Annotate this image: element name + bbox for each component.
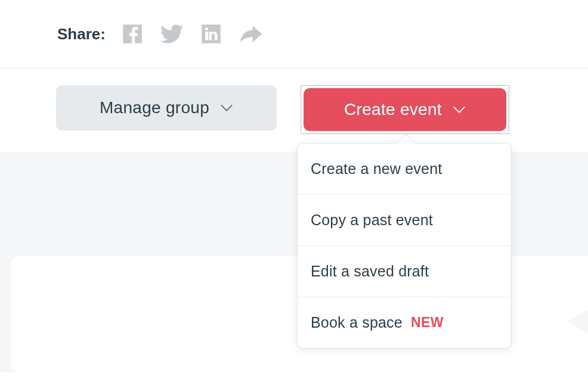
- new-badge: NEW: [411, 315, 444, 331]
- share-icons: [120, 21, 263, 46]
- create-event-button[interactable]: Create event: [304, 88, 506, 131]
- manage-group-label: Manage group: [100, 98, 209, 117]
- create-event-label: Create event: [344, 100, 442, 119]
- linkedin-icon[interactable]: [199, 21, 224, 46]
- create-event-focus-ring: Create event: [301, 85, 509, 134]
- dropdown-item-create-new[interactable]: Create a new event: [298, 144, 511, 195]
- dropdown-item-label: Copy a past event: [311, 211, 433, 229]
- twitter-icon[interactable]: [159, 21, 184, 46]
- dropdown-item-edit-draft[interactable]: Edit a saved draft: [298, 246, 511, 297]
- chevron-down-icon: [220, 104, 233, 112]
- dropdown-item-book-space[interactable]: Book a space NEW: [298, 297, 511, 348]
- dropdown-item-label: Create a new event: [311, 160, 442, 178]
- create-event-dropdown: Create a new event Copy a past event Edi…: [297, 143, 512, 349]
- card-notch: [567, 310, 588, 334]
- dropdown-item-label: Book a space: [311, 314, 403, 331]
- dropdown-item-copy-past[interactable]: Copy a past event: [298, 195, 511, 246]
- chevron-down-icon: [453, 105, 466, 114]
- dropdown-item-label: Edit a saved draft: [311, 263, 429, 280]
- share-row: Share:: [0, 0, 588, 69]
- facebook-icon[interactable]: [120, 21, 145, 46]
- button-row: Manage group Create event: [0, 69, 588, 134]
- manage-group-button[interactable]: Manage group: [56, 85, 277, 130]
- share-label: Share:: [57, 25, 106, 43]
- share-arrow-icon[interactable]: [238, 21, 263, 46]
